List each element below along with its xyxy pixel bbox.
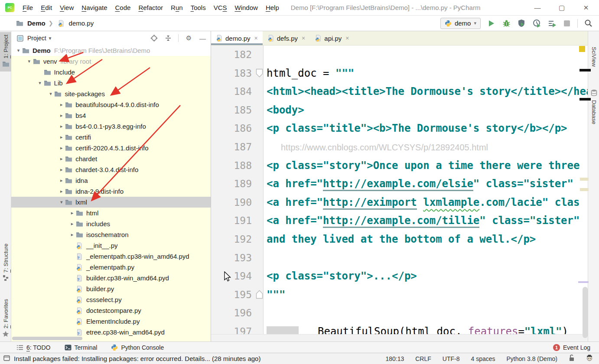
lock-icon[interactable] bbox=[569, 354, 575, 363]
tree-item-idna[interactable]: ▸idna bbox=[11, 175, 211, 186]
toolwindow-button-6-todo[interactable]: 6: TODO bbox=[16, 344, 51, 351]
chevron-right-icon[interactable]: ▸ bbox=[68, 232, 76, 237]
menu-view[interactable]: View bbox=[56, 0, 78, 15]
menu-run[interactable]: Run bbox=[167, 0, 187, 15]
breadcrumb-project[interactable]: Demo bbox=[27, 20, 46, 27]
tree-item-etree-cp38-win-amd64-pyd[interactable]: ?etree.cp38-win_amd64.pyd bbox=[11, 327, 211, 338]
menu-tools[interactable]: Tools bbox=[187, 0, 210, 15]
chevron-down-icon[interactable]: ▾ bbox=[47, 91, 54, 97]
stripe-button-structure[interactable]: 7: Structure bbox=[0, 241, 11, 286]
stripe-button-sciview[interactable]: SciView bbox=[588, 44, 599, 69]
menu-navigate[interactable]: Navigate bbox=[78, 0, 111, 15]
menu-refactor[interactable]: Refactor bbox=[134, 0, 167, 15]
close-icon[interactable]: × bbox=[302, 35, 305, 42]
chevron-down-icon[interactable]: ▾ bbox=[26, 58, 33, 64]
tree-item-chardet-3-0-4-dist-info[interactable]: ▸chardet-3.0.4.dist-info bbox=[11, 164, 211, 175]
collapse-all-button[interactable] bbox=[164, 35, 172, 42]
tree-item-certifi-2020-4-5-1-dist-info[interactable]: ▸certifi-2020.4.5.1.dist-info bbox=[11, 143, 211, 153]
tree-item-include[interactable]: Include bbox=[11, 67, 211, 78]
chevron-down-icon[interactable]: ▾ bbox=[58, 199, 65, 205]
menu-help[interactable]: Help bbox=[262, 0, 283, 15]
project-panel-title[interactable]: Project bbox=[27, 35, 46, 42]
status-message[interactable]: Install packages failed: Installing pack… bbox=[3, 355, 260, 362]
line-number[interactable]: 185 bbox=[211, 101, 263, 120]
line-number[interactable]: 195 bbox=[211, 286, 263, 304]
tree-item-lxml[interactable]: ▾lxml bbox=[11, 197, 211, 208]
tree-item-venv[interactable]: ▾venvlibrary root bbox=[11, 56, 211, 67]
line-number[interactable]: 183 bbox=[211, 64, 263, 83]
stripe-button-project[interactable]: 1: Project bbox=[0, 32, 11, 72]
stop-button[interactable] bbox=[562, 19, 572, 28]
horizontal-scrollbar[interactable] bbox=[12, 337, 82, 340]
chevron-right-icon[interactable]: ▸ bbox=[58, 124, 65, 129]
line-number[interactable]: 193 bbox=[211, 249, 263, 267]
stripe-button-database[interactable]: Database bbox=[588, 87, 599, 127]
tree-item-elementinclude-py[interactable]: ElementInclude.py bbox=[11, 316, 211, 327]
menu-code[interactable]: Code bbox=[111, 0, 135, 15]
tree-item-html[interactable]: ▸html bbox=[11, 208, 211, 218]
menu-file[interactable]: File bbox=[19, 0, 37, 15]
maximize-button[interactable]: ▢ bbox=[558, 4, 565, 12]
chevron-right-icon[interactable]: ▸ bbox=[58, 188, 65, 194]
fold-marker-down-icon[interactable] bbox=[256, 68, 263, 78]
tree-item-bs4-0-0-1-py3-8-egg-info[interactable]: ▸bs4-0.0.1-py3.8.egg-info bbox=[11, 121, 211, 132]
tree-item-certifi[interactable]: ▸certifi bbox=[11, 132, 211, 143]
tree-item-includes[interactable]: ▸includes bbox=[11, 218, 211, 229]
tree-item-builder-py[interactable]: builder.py bbox=[11, 283, 211, 294]
run-with-coverage-button[interactable] bbox=[517, 19, 526, 28]
toolwindow-button-terminal[interactable]: Terminal bbox=[65, 344, 98, 351]
menu-window[interactable]: Window bbox=[231, 0, 262, 15]
indent-style[interactable]: 4 spaces bbox=[471, 355, 495, 362]
tab-api-py[interactable]: api.py× bbox=[310, 31, 354, 45]
minimize-button[interactable]: — bbox=[534, 4, 541, 12]
line-number[interactable]: 189 bbox=[211, 175, 263, 193]
line-number[interactable]: 187 bbox=[211, 138, 263, 156]
line-number[interactable]: 191 bbox=[211, 211, 263, 230]
tab-defs-py[interactable]: defs.py× bbox=[263, 31, 310, 45]
close-button[interactable]: ✕ bbox=[583, 4, 589, 12]
hide-panel-button[interactable]: — bbox=[199, 35, 206, 42]
tree-item-chardet[interactable]: ▸chardet bbox=[11, 153, 211, 164]
tree-item-lib[interactable]: ▾Lib bbox=[11, 78, 211, 88]
tree-item-builder-cp38-win-amd64-pyd[interactable]: ?builder.cp38-win_amd64.pyd bbox=[11, 273, 211, 283]
chevron-right-icon[interactable]: ▸ bbox=[58, 156, 65, 162]
file-encoding[interactable]: UTF-8 bbox=[443, 355, 460, 362]
tree-item-idna-2-9-dist-info[interactable]: ▸idna-2.9.dist-info bbox=[11, 186, 211, 197]
chevron-right-icon[interactable]: ▸ bbox=[68, 221, 76, 227]
tree-item-bs4[interactable]: ▸bs4 bbox=[11, 110, 211, 121]
close-icon[interactable]: × bbox=[345, 35, 349, 42]
tree-item-cssselect-py[interactable]: cssselect.py bbox=[11, 294, 211, 305]
run-button[interactable] bbox=[486, 19, 496, 28]
breadcrumb-file[interactable]: demo.py bbox=[69, 20, 94, 27]
tree-item--elementpath-cp38-win-amd64-pyd[interactable]: ?_elementpath.cp38-win_amd64.pyd bbox=[11, 251, 211, 262]
fold-marker-up-icon[interactable] bbox=[256, 290, 263, 299]
close-icon[interactable]: × bbox=[254, 35, 258, 42]
python-interpreter[interactable]: Python 3.8 (Demo) bbox=[507, 355, 558, 362]
tree-item-demo[interactable]: ▾DemoF:\Program Files\JetBrains\Demo bbox=[11, 45, 211, 56]
editor[interactable]: 1821831841851861871881891901911921931941… bbox=[211, 46, 588, 341]
line-number[interactable]: 196 bbox=[211, 304, 263, 322]
chevron-right-icon[interactable]: ▸ bbox=[58, 113, 65, 118]
profile-button[interactable] bbox=[532, 19, 541, 28]
chevron-right-icon[interactable]: ▸ bbox=[58, 134, 65, 140]
inspection-profile-icon[interactable] bbox=[586, 354, 593, 363]
toolwindow-button-python-console[interactable]: Python Console bbox=[111, 344, 164, 351]
line-number[interactable]: 192 bbox=[211, 230, 263, 249]
tab-demo-py[interactable]: demo.py× bbox=[211, 31, 263, 45]
line-number[interactable]: 188 bbox=[211, 156, 263, 175]
stripe-button-favorites[interactable]: 2: Favorites bbox=[0, 296, 11, 341]
chevron-down-icon[interactable]: ▼ bbox=[48, 36, 52, 41]
caret-position[interactable]: 180:13 bbox=[385, 355, 404, 362]
tree-item--elementpath-py[interactable]: _elementpath.py bbox=[11, 262, 211, 273]
tree-item-doctestcompare-py[interactable]: doctestcompare.py bbox=[11, 305, 211, 316]
menu-edit[interactable]: Edit bbox=[37, 0, 56, 15]
concurrency-diagram-button[interactable] bbox=[547, 19, 557, 28]
debug-button[interactable] bbox=[501, 19, 511, 28]
locate-file-button[interactable] bbox=[150, 35, 158, 42]
line-separator[interactable]: CRLF bbox=[415, 355, 431, 362]
line-number[interactable]: 184 bbox=[211, 82, 263, 101]
editor-horizontal-scrollbar[interactable] bbox=[211, 334, 588, 341]
chevron-down-icon[interactable]: ▾ bbox=[36, 80, 44, 86]
settings-gear-icon[interactable]: ⚙ bbox=[185, 35, 192, 42]
chevron-right-icon[interactable]: ▸ bbox=[68, 210, 76, 216]
